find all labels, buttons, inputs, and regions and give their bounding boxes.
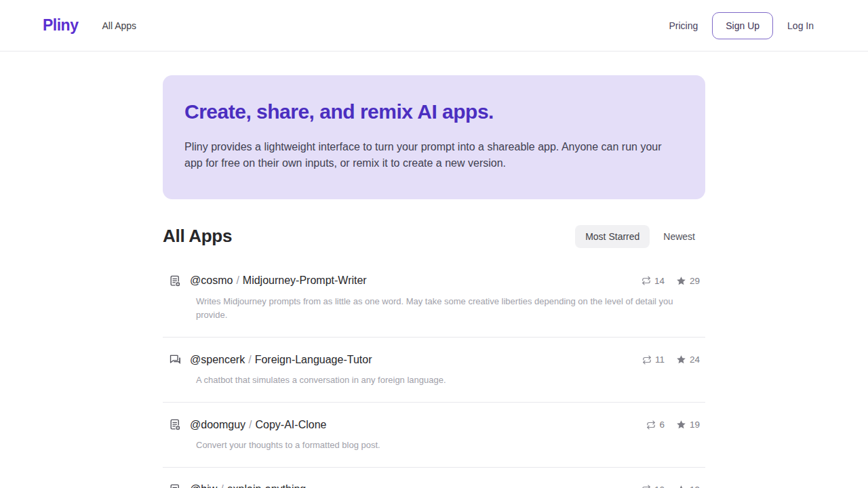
app-row-explain-anything[interactable]: @biw/explain-anything 10 19 — [163, 468, 705, 488]
app-stats: 6 19 — [646, 420, 700, 430]
chat-icon — [169, 353, 182, 366]
navbar-left: Pliny All Apps — [43, 16, 136, 35]
repeat-icon — [642, 276, 651, 285]
app-stats: 11 24 — [642, 354, 700, 365]
brand-logo[interactable]: Pliny — [43, 16, 78, 35]
app-row-midjourney-prompt-writer[interactable]: @cosmo/Midjourney-Prompt-Writer 14 29 Wr… — [163, 259, 705, 338]
section-header: All Apps Most Starred Newest — [163, 225, 705, 248]
nav-link-all-apps[interactable]: All Apps — [102, 20, 136, 31]
app-row-foreign-language-tutor[interactable]: @spencerk/Foreign-Language-Tutor 11 24 A… — [163, 338, 705, 403]
star-count-value: 19 — [690, 485, 700, 488]
title-separator: / — [245, 354, 254, 365]
title-separator: / — [233, 274, 242, 286]
app-author[interactable]: @spencerk — [190, 354, 245, 365]
star-count-value: 29 — [690, 276, 700, 286]
post-add-icon — [169, 274, 182, 287]
hero-title: Create, share, and remix AI apps. — [184, 100, 684, 123]
nav-link-pricing[interactable]: Pricing — [669, 20, 698, 31]
remix-count-value: 6 — [659, 420, 665, 430]
hero-banner: Create, share, and remix AI apps. Pliny … — [163, 75, 705, 199]
sign-up-button[interactable]: Sign Up — [712, 12, 773, 39]
star-icon — [676, 420, 686, 430]
sort-newest-button[interactable]: Newest — [653, 225, 705, 248]
app-row-header: @cosmo/Midjourney-Prompt-Writer 14 29 — [169, 274, 700, 287]
repeat-icon — [642, 485, 651, 488]
app-name[interactable]: Copy-AI-Clone — [256, 419, 327, 430]
app-title[interactable]: @doomguy/Copy-AI-Clone — [190, 419, 326, 431]
star-count: 19 — [676, 420, 700, 430]
remix-count: 6 — [646, 420, 665, 430]
remix-count: 14 — [642, 276, 665, 286]
remix-count: 10 — [642, 485, 665, 488]
app-row-header: @spencerk/Foreign-Language-Tutor 11 24 — [169, 353, 700, 366]
app-stats: 10 19 — [642, 485, 700, 488]
title-separator: / — [217, 483, 226, 488]
app-name[interactable]: Midjourney-Prompt-Writer — [243, 274, 367, 286]
navbar-right: Pricing Sign Up Log In — [669, 12, 814, 39]
app-row-header: @doomguy/Copy-AI-Clone 6 19 — [169, 418, 700, 431]
star-count-value: 24 — [690, 354, 700, 365]
app-title[interactable]: @biw/explain-anything — [190, 483, 306, 488]
app-title[interactable]: @cosmo/Midjourney-Prompt-Writer — [190, 274, 367, 287]
sort-toggle: Most Starred Newest — [575, 225, 705, 248]
nav-link-log-in[interactable]: Log In — [787, 20, 814, 31]
star-icon — [676, 354, 686, 365]
app-title[interactable]: @spencerk/Foreign-Language-Tutor — [190, 354, 372, 366]
main-content: Create, share, and remix AI apps. Pliny … — [163, 75, 705, 488]
sort-most-starred-button[interactable]: Most Starred — [575, 225, 650, 248]
star-icon — [676, 485, 686, 488]
app-name[interactable]: Foreign-Language-Tutor — [255, 354, 372, 365]
post-add-icon — [169, 483, 182, 488]
app-author[interactable]: @biw — [190, 483, 217, 488]
star-count-value: 19 — [690, 420, 700, 430]
star-count: 19 — [676, 485, 700, 488]
repeat-icon — [646, 420, 656, 430]
remix-count-value: 14 — [654, 276, 665, 286]
repeat-icon — [642, 355, 652, 365]
app-name[interactable]: explain-anything — [227, 483, 307, 488]
app-row-copy-ai-clone[interactable]: @doomguy/Copy-AI-Clone 6 19 Convert your… — [163, 403, 705, 468]
app-description: A chatbot that simulates a conversation … — [196, 373, 700, 388]
app-list: @cosmo/Midjourney-Prompt-Writer 14 29 Wr… — [163, 259, 705, 488]
app-author[interactable]: @doomguy — [190, 419, 245, 430]
star-count: 29 — [676, 276, 700, 286]
app-row-header: @biw/explain-anything 10 19 — [169, 483, 700, 488]
app-stats: 14 29 — [642, 276, 700, 286]
remix-count: 11 — [642, 354, 665, 365]
star-count: 24 — [676, 354, 700, 365]
page-title: All Apps — [163, 226, 232, 247]
hero-description: Pliny provides a lightweight interface t… — [184, 139, 679, 172]
remix-count-value: 10 — [654, 485, 665, 488]
app-author[interactable]: @cosmo — [190, 274, 233, 286]
app-description: Convert your thoughts to a formatted blo… — [196, 439, 700, 453]
star-icon — [676, 276, 686, 286]
remix-count-value: 11 — [655, 354, 665, 365]
navbar: Pliny All Apps Pricing Sign Up Log In — [0, 0, 868, 52]
title-separator: / — [245, 419, 255, 430]
post-add-icon — [169, 418, 182, 431]
app-description: Writes Midjourney prompts from as little… — [196, 295, 700, 323]
